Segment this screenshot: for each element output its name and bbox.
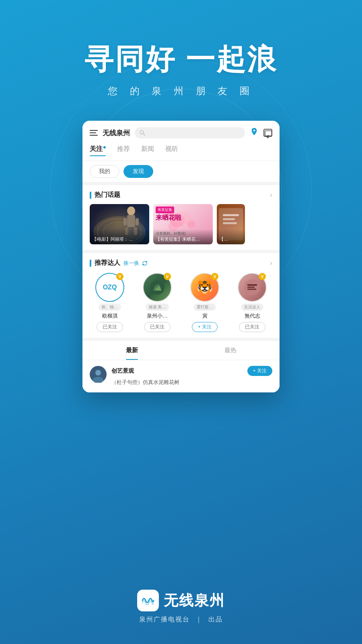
hot-topic-title-2: 来晒花啦 <box>156 214 181 222</box>
hot-topic-label-3: 【… <box>217 229 245 244</box>
svg-point-0 <box>140 130 143 134</box>
svg-rect-19 <box>223 214 239 216</box>
sub-tabs: 我的 发现 <box>82 161 280 182</box>
svg-rect-2 <box>265 131 272 136</box>
logo-wave-svg <box>141 593 155 608</box>
follow-btn-1[interactable]: 已关注 <box>97 322 123 332</box>
messages-icon[interactable] <box>263 129 272 137</box>
follow-btn-2[interactable]: 已关注 <box>144 322 171 332</box>
user-tag-2: 旅遊 美… <box>146 303 169 311</box>
v-badge-4: V <box>259 273 266 280</box>
svg-line-1 <box>143 134 145 135</box>
app-card: 无线泉州 关注 <box>82 121 280 392</box>
user-name-2: 泉州小… <box>147 312 168 320</box>
post-text: （杜子句些）仿真水泥雕花树 <box>111 378 272 386</box>
follow-btn-4[interactable]: 已关注 <box>239 322 265 332</box>
hot-topics-row: 【i电影】阿丽塔：… <box>90 204 272 244</box>
post-content: 创艺景观 + 关注 （杜子句些）仿真水泥雕花树 <box>111 366 272 386</box>
recommend-header: 推荐达人 换一换 › <box>90 259 272 267</box>
v-badge-1: V <box>116 273 123 280</box>
post-item: 创艺景观 + 关注 （杜子句些）仿真水泥雕花树 <box>82 360 280 392</box>
v-badge-2: V <box>164 273 171 280</box>
hot-topic-item-culture[interactable]: 【… <box>217 204 245 244</box>
tab-follow[interactable]: 关注 <box>90 145 106 156</box>
recommend-actions: 换一换 <box>123 260 148 267</box>
tab-audio-video[interactable]: 视听 <box>165 145 178 156</box>
recommend-title-group: 推荐达人 换一换 <box>90 259 148 267</box>
location-icon[interactable] <box>250 127 259 138</box>
post-header: 创艺景观 + 关注 <box>111 366 272 376</box>
user-tag-4: 生活达人 <box>241 303 263 311</box>
menu-button[interactable] <box>90 130 98 136</box>
search-icon <box>140 130 145 136</box>
svg-rect-25 <box>247 287 255 288</box>
user-avatar-wrap-3: 🐯 V <box>190 273 219 302</box>
user-avatar-wrap-1: OZQ V <box>95 273 124 302</box>
app-logo-icon <box>137 590 159 611</box>
tab-latest[interactable]: 最新 <box>82 341 181 360</box>
user-avatar-wrap-2: V <box>143 273 172 302</box>
user-card-4: V 生活达人 無代志 已关注 <box>232 273 272 332</box>
user-tag-3: 爱打籃… <box>193 303 216 311</box>
hot-topics-header: 热门话题 › <box>90 191 272 199</box>
hot-topics-section: 热门话题 › <box>82 185 280 250</box>
tagline-left: 泉州广播电视台 <box>139 616 190 623</box>
svg-rect-24 <box>247 284 257 286</box>
recommend-more[interactable]: › <box>270 259 272 267</box>
app-header: 无线泉州 <box>82 121 280 145</box>
tab-news[interactable]: 新闻 <box>141 145 154 156</box>
post-avatar <box>90 366 107 383</box>
recommend-title: 推荐达人 <box>95 259 120 267</box>
phone-mockup: 无线泉州 关注 <box>82 121 280 392</box>
recommend-bar <box>90 260 91 267</box>
user-tag-1: 欧、独… <box>99 303 121 311</box>
user-name-1: 欧榧淇 <box>102 312 118 320</box>
subtab-mine[interactable]: 我的 <box>90 165 119 178</box>
hot-topic-item-movie[interactable]: 【i电影】阿丽塔：… <box>90 204 149 244</box>
search-bar[interactable] <box>135 127 245 138</box>
hot-topics-title-wrap: 热门话题 <box>90 191 120 199</box>
refresh-button[interactable]: 换一换 <box>123 260 139 267</box>
user-name-3: 寅 <box>202 312 208 320</box>
hot-topics-more[interactable]: › <box>270 191 272 199</box>
tab-recommend[interactable]: 推荐 <box>117 145 130 156</box>
recommend-section: 推荐达人 换一换 › <box>82 253 280 338</box>
tab-hottest[interactable]: 最热 <box>181 341 280 360</box>
hot-topic-item-flower[interactable]: 有奖征集 来晒花啦 没有规则，好看就{ 【有奖征集】来晒花… <box>153 204 213 244</box>
nav-tabs: 关注 推荐 新闻 视听 <box>82 145 280 161</box>
svg-point-6 <box>127 206 135 215</box>
user-card-3: 🐯 V 爱打籃… 寅 + 关注 <box>185 273 225 332</box>
bottom-app-name: 无线泉州 <box>164 591 225 611</box>
svg-rect-21 <box>223 222 237 224</box>
user-name-4: 無代志 <box>245 312 260 320</box>
hot-topic-badge-2: 有奖征集 <box>156 206 174 213</box>
hot-topic-label-1: 【i电影】阿丽塔：… <box>90 229 149 244</box>
tagline-right: 出品 <box>208 616 223 623</box>
svg-rect-10 <box>123 218 127 225</box>
tagline-divider: ｜ <box>195 615 203 624</box>
hot-topic-desc-2: 没有规则，好看就{ <box>156 231 210 236</box>
follow-dot <box>103 146 106 149</box>
svg-rect-26 <box>247 289 256 290</box>
bottom-tagline: 泉州广播电视台 ｜ 出品 <box>0 615 362 624</box>
subtab-discover[interactable]: 发现 <box>123 165 153 178</box>
app-name: 无线泉州 <box>103 128 130 138</box>
refresh-icon[interactable] <box>142 260 148 266</box>
svg-rect-20 <box>223 218 235 220</box>
svg-point-28 <box>95 370 101 376</box>
follow-btn-3[interactable]: + 关注 <box>192 322 218 332</box>
user-card-1: OZQ V 欧、独… 欧榧淇 已关注 <box>90 273 130 332</box>
post-follow-button[interactable]: + 关注 <box>247 366 272 376</box>
users-row: OZQ V 欧、独… 欧榧淇 已关注 <box>90 273 272 332</box>
content-tabs: 最新 最热 <box>82 341 280 360</box>
bottom-logo-group: 无线泉州 <box>0 590 362 611</box>
svg-point-15 <box>187 220 195 228</box>
section-bar <box>90 192 91 199</box>
user-avatar-wrap-4: V <box>238 273 267 302</box>
hot-topics-title: 热门话题 <box>95 191 120 199</box>
v-badge-3: V <box>211 273 218 280</box>
svg-rect-7 <box>127 215 135 227</box>
svg-rect-11 <box>136 218 139 225</box>
post-user-name: 创艺景观 <box>111 367 134 375</box>
user-card-2: V 旅遊 美… 泉州小… 已关注 <box>137 273 177 332</box>
